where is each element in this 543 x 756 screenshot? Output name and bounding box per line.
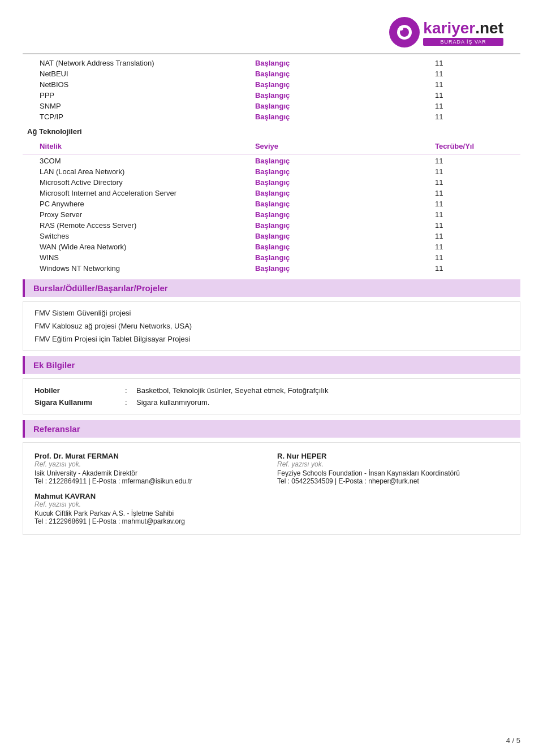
award-item: FMV Kablosuz ağ projesi (Meru Networks, …: [35, 319, 508, 332]
extra-row: Hobiler : Basketbol, Teknolojik üsünler,…: [35, 385, 508, 396]
extra-colon: :: [125, 398, 136, 407]
protocol-name: NetBIOS: [23, 79, 251, 90]
logo-net: .net: [475, 19, 503, 37]
ref-note: Ref. yazısı yok.: [35, 500, 508, 508]
tech-level: Başlangıç: [251, 198, 430, 209]
protocol-exp: 11: [430, 111, 520, 122]
tech-row: WINS Başlangıç 11: [23, 252, 520, 263]
extra-label: Hobiler: [35, 386, 125, 395]
extra-row: Sigara Kullanımı : Sigara kullanmıyorum.: [35, 396, 508, 408]
ref-name: Mahmut KAVRAN: [35, 492, 508, 500]
protocol-level: Başlangıç: [251, 101, 430, 111]
reference-item-third: Mahmut KAVRAN Ref. yazısı yok. Kucuk Cif…: [35, 489, 508, 529]
tech-level: Başlangıç: [251, 177, 430, 188]
tech-level: Başlangıç: [251, 220, 430, 231]
tech-row: Microsoft Internet and Acceleration Serv…: [23, 188, 520, 198]
protocol-exp: 11: [430, 101, 520, 111]
tech-name: Switches: [23, 231, 251, 241]
network-protocols-table: NAT (Network Address Translation) Başlan…: [23, 58, 520, 122]
tech-exp: 11: [430, 252, 520, 263]
awards-title: Burslar/Ödüller/Başarılar/Projeler: [33, 283, 512, 293]
ref-note: Ref. yazısı yok.: [35, 460, 266, 468]
tech-exp: 11: [430, 209, 520, 220]
protocol-level: Başlangıç: [251, 58, 430, 68]
tech-level: Başlangıç: [251, 241, 430, 252]
protocol-name: PPP: [23, 90, 251, 101]
extra-title: Ek Bilgiler: [33, 360, 512, 370]
logo-kariyer: kariyer: [423, 19, 475, 37]
protocol-row: NAT (Network Address Translation) Başlan…: [23, 58, 520, 68]
tech-row: WAN (Wide Area Network) Başlangıç 11: [23, 241, 520, 252]
reference-item: R. Nur HEPER Ref. yazısı yok. Feyziye Sc…: [277, 448, 508, 489]
protocol-level: Başlangıç: [251, 79, 430, 90]
ref-name: R. Nur HEPER: [277, 452, 508, 460]
protocol-row: TCP/IP Başlangıç 11: [23, 111, 520, 122]
tech-level: Başlangıç: [251, 252, 430, 263]
col-seviye-header: Seviye: [251, 137, 430, 153]
tech-name: Proxy Server: [23, 209, 251, 220]
tech-exp: 11: [430, 198, 520, 209]
extra-value: Sigara kullanmıyorum.: [136, 398, 508, 407]
tech-level: Başlangıç: [251, 209, 430, 220]
tech-level: Başlangıç: [251, 263, 430, 274]
tech-name: WAN (Wide Area Network): [23, 241, 251, 252]
award-item: FMV Eğitim Projesi için Tablet Bilgisaya…: [35, 332, 508, 345]
tech-row: RAS (Remote Access Server) Başlangıç 11: [23, 220, 520, 231]
tech-row: PC Anywhere Başlangıç 11: [23, 198, 520, 209]
network-tech-table: Nitelik Seviye Tecrübe/Yıl 3COM Başlangı…: [23, 137, 520, 274]
tech-exp: 11: [430, 263, 520, 274]
page-wrapper: kariyer .net BURADA İŞ VAR NAT (Network …: [0, 0, 543, 574]
page-number: 4 / 5: [506, 736, 520, 745]
award-item: FMV Sistem Güvenliği projesi: [35, 306, 508, 319]
extra-colon: :: [125, 386, 136, 395]
header: kariyer .net BURADA İŞ VAR: [23, 11, 520, 53]
tech-row: Microsoft Active Directory Başlangıç 11: [23, 177, 520, 188]
tech-name: WINS: [23, 252, 251, 263]
protocol-row: NetBEUI Başlangıç 11: [23, 68, 520, 79]
extra-value: Basketbol, Teknolojik üsünler, Seyehat e…: [136, 386, 508, 395]
col-tecrube-header: Tecrübe/Yıl: [430, 137, 520, 153]
logo-subtitle: BURADA İŞ VAR: [423, 38, 503, 46]
protocol-row: SNMP Başlangıç 11: [23, 101, 520, 111]
tech-exp: 11: [430, 155, 520, 166]
protocol-row: PPP Başlangıç 11: [23, 90, 520, 101]
logo-text: kariyer .net BURADA İŞ VAR: [423, 19, 503, 46]
extra-content: Hobiler : Basketbol, Teknolojik üsünler,…: [23, 378, 520, 414]
tech-row: Switches Başlangıç 11: [23, 231, 520, 241]
tech-exp: 11: [430, 241, 520, 252]
ag-tek-label: Ağ Teknolojileri: [23, 124, 520, 137]
logo-area: kariyer .net BURADA İŞ VAR: [389, 17, 503, 47]
protocol-name: NetBEUI: [23, 68, 251, 79]
protocol-exp: 11: [430, 68, 520, 79]
protocol-row: NetBIOS Başlangıç 11: [23, 79, 520, 90]
ref-org: Kucuk Ciftlik Park Parkav A.S. - İşletme…: [35, 509, 508, 517]
tech-exp: 11: [430, 188, 520, 198]
tech-row: 3COM Başlangıç 11: [23, 155, 520, 166]
extra-section-heading: Ek Bilgiler: [23, 356, 520, 374]
protocol-exp: 11: [430, 58, 520, 68]
tech-exp: 11: [430, 231, 520, 241]
reference-item: Prof. Dr. Murat FERMAN Ref. yazısı yok. …: [35, 448, 266, 489]
ref-name: Prof. Dr. Murat FERMAN: [35, 452, 266, 460]
protocol-level: Başlangıç: [251, 68, 430, 79]
references-section-heading: Referanslar: [23, 420, 520, 438]
tech-row: Proxy Server Başlangıç 11: [23, 209, 520, 220]
tech-row: Windows NT Networking Başlangıç 11: [23, 263, 520, 274]
tech-name: Microsoft Active Directory: [23, 177, 251, 188]
tech-level: Başlangıç: [251, 155, 430, 166]
tech-level: Başlangıç: [251, 166, 430, 177]
tech-exp: 11: [430, 220, 520, 231]
svg-point-3: [399, 26, 403, 31]
awards-section-heading: Burslar/Ödüller/Başarılar/Projeler: [23, 279, 520, 297]
extra-label: Sigara Kullanımı: [35, 398, 125, 407]
tech-name: 3COM: [23, 155, 251, 166]
ref-org: Isik University - Akademik Direktör: [35, 469, 266, 477]
tech-exp: 11: [430, 166, 520, 177]
references-title: Referanslar: [33, 424, 512, 434]
col-nitelik-header: Nitelik: [23, 137, 251, 153]
page-footer: 4 / 5: [506, 736, 520, 745]
logo-icon: [389, 17, 420, 47]
references-content: Prof. Dr. Murat FERMAN Ref. yazısı yok. …: [23, 442, 520, 535]
tech-name: Microsoft Internet and Acceleration Serv…: [23, 188, 251, 198]
ref-note: Ref. yazısı yok.: [277, 460, 508, 468]
